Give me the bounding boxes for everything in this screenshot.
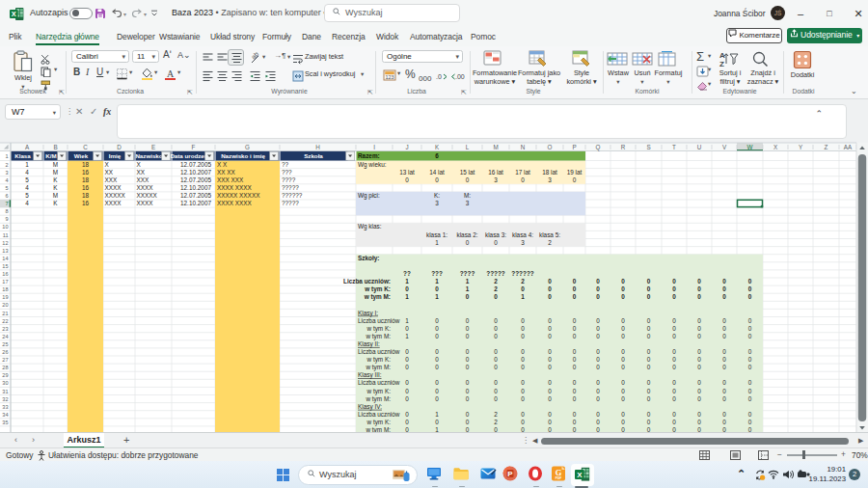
svg-text:XX: XX (105, 169, 114, 176)
svg-text:Imię: Imię (109, 152, 122, 159)
svg-text:XXXXX: XXXXX (137, 192, 158, 199)
svg-text:0: 0 (596, 348, 600, 355)
svg-text:0: 0 (722, 379, 726, 386)
svg-text:Klasa: Klasa (14, 152, 31, 159)
svg-text:0: 0 (647, 419, 651, 425)
svg-text:0: 0 (748, 348, 752, 355)
svg-text:.00: .00 (455, 73, 465, 80)
svg-text:0: 0 (672, 356, 676, 363)
svg-text:0: 0 (435, 388, 439, 394)
svg-text:0: 0 (521, 317, 525, 324)
svg-text:0: 0 (697, 395, 701, 402)
svg-text:0: 0 (621, 317, 625, 324)
svg-text:????: ???? (460, 270, 475, 277)
svg-text:0: 0 (405, 356, 409, 363)
svg-text:XXX XXX: XXX XXX (217, 176, 244, 183)
svg-text:5: 5 (5, 185, 8, 191)
svg-text:XXX: XXX (137, 176, 150, 183)
svg-text:0: 0 (647, 317, 651, 324)
svg-text:0: 0 (466, 176, 470, 183)
svg-text:Z: Z (719, 60, 724, 68)
svg-text:0: 0 (722, 356, 726, 363)
svg-text:0: 0 (548, 364, 552, 370)
svg-text:0: 0 (697, 356, 701, 363)
svg-text:?????: ????? (282, 200, 299, 206)
svg-text:0: 0 (748, 278, 752, 285)
svg-text:XXXXX XXXXX: XXXXX XXXXX (217, 192, 260, 199)
svg-text:4: 4 (25, 184, 29, 191)
svg-text:??: ?? (282, 161, 289, 168)
svg-text:0: 0 (521, 395, 525, 402)
svg-text:0: 0 (596, 278, 600, 285)
svg-text:0: 0 (596, 411, 600, 418)
svg-text:17 lat: 17 lat (515, 169, 530, 176)
svg-text:F: F (192, 144, 196, 150)
svg-text:0: 0 (466, 379, 470, 386)
svg-text:AA: AA (844, 144, 853, 150)
svg-text:1: 1 (435, 411, 439, 418)
svg-text:0: 0 (548, 411, 552, 418)
svg-text:25: 25 (2, 341, 8, 347)
svg-text:0: 0 (596, 333, 600, 339)
svg-text:6: 6 (435, 152, 439, 159)
svg-text:M: M (53, 192, 58, 199)
svg-text:ab: ab (250, 52, 260, 61)
svg-text:E: E (151, 144, 155, 150)
svg-text:0: 0 (672, 379, 676, 386)
svg-text:0: 0 (548, 293, 552, 300)
svg-text:0: 0 (697, 293, 701, 300)
svg-text:4: 4 (5, 177, 8, 183)
svg-text:0: 0 (466, 333, 470, 339)
svg-text:19 lat: 19 lat (567, 169, 583, 176)
svg-text:Liczba uczniów: Liczba uczniów (358, 379, 400, 386)
svg-text:0: 0 (521, 411, 525, 418)
svg-text:12.10.2007: 12.10.2007 (180, 200, 211, 206)
svg-text:K: K (53, 184, 58, 191)
svg-text:XXXX: XXXX (105, 200, 122, 206)
svg-text:0: 0 (647, 395, 651, 402)
svg-text:1: 1 (435, 293, 439, 300)
svg-text:31: 31 (2, 389, 8, 394)
svg-text:P: P (572, 144, 576, 150)
svg-text:0: 0 (548, 395, 552, 402)
svg-text:14: 14 (2, 256, 8, 261)
svg-text:PDF: PDF (556, 476, 561, 480)
svg-text:XXXXX: XXXXX (105, 192, 126, 199)
svg-text:klasa 3:: klasa 3: (485, 231, 506, 238)
svg-text:0: 0 (672, 411, 676, 418)
svg-text:K: K (53, 176, 58, 183)
svg-text:0: 0 (647, 356, 651, 363)
svg-text:Szkoła: Szkoła (304, 152, 323, 159)
svg-text:0: 0 (672, 285, 676, 292)
svg-text:16: 16 (82, 200, 90, 206)
svg-text:Klasy II:: Klasy II: (358, 340, 380, 348)
svg-text:4: 4 (25, 169, 29, 176)
svg-text:0: 0 (466, 356, 470, 363)
svg-text:XXXX XXXX: XXXX XXXX (217, 200, 253, 206)
svg-text:0: 0 (435, 333, 439, 339)
svg-text:6: 6 (5, 193, 8, 199)
svg-text:5: 5 (25, 192, 29, 199)
svg-text:13 lat: 13 lat (399, 169, 415, 176)
svg-text:Wg wieku:: Wg wieku: (358, 161, 387, 169)
svg-text:4: 4 (25, 200, 29, 206)
svg-text:1: 1 (5, 153, 8, 159)
svg-text:0: 0 (596, 364, 600, 370)
svg-text:16: 16 (2, 271, 8, 277)
svg-text:0: 0 (672, 395, 676, 402)
svg-text:Liczba uczniów: Liczba uczniów (358, 348, 400, 355)
svg-text:14 lat: 14 lat (429, 169, 445, 176)
svg-text:???: ??? (282, 169, 292, 176)
svg-text:0: 0 (647, 388, 651, 394)
svg-text:33: 33 (2, 404, 8, 410)
svg-text:Liczba uczniów: Liczba uczniów (358, 411, 400, 418)
svg-text:0: 0 (466, 388, 470, 394)
svg-text:10: 10 (2, 224, 8, 230)
svg-text:0: 0 (405, 419, 409, 425)
svg-text:0: 0 (405, 395, 409, 402)
svg-text:0: 0 (596, 317, 600, 324)
svg-text:1: 1 (435, 278, 439, 285)
svg-text:0: 0 (672, 293, 676, 300)
svg-text:XXXX: XXXX (137, 200, 154, 206)
svg-text:Z: Z (825, 144, 828, 150)
